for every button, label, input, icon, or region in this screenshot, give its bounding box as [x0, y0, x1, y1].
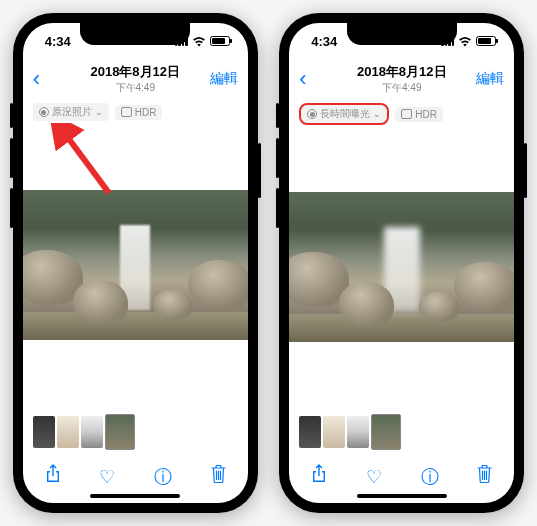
status-time: 4:34	[311, 34, 337, 49]
thumbnail-strip[interactable]	[29, 408, 242, 456]
live-photo-dropdown[interactable]: 長時間曝光 ⌄	[299, 103, 389, 125]
back-button[interactable]: ‹	[299, 66, 306, 92]
battery-icon	[210, 36, 230, 46]
tags-row: 長時間曝光 ⌄ HDR	[289, 99, 514, 129]
thumbnail[interactable]	[57, 416, 79, 448]
nav-title: 2018年8月12日 下午4:49	[90, 63, 180, 95]
trash-button[interactable]	[477, 465, 492, 488]
share-button[interactable]	[45, 464, 61, 489]
chevron-down-icon: ⌄	[373, 109, 381, 119]
info-button[interactable]: ⓘ	[421, 465, 439, 489]
thumbnail[interactable]	[347, 416, 369, 448]
thumbnail-strip[interactable]	[295, 408, 508, 456]
volume-down	[276, 188, 279, 228]
thumbnail-selected[interactable]	[105, 414, 135, 450]
spacer-bottom	[23, 340, 248, 405]
silence-switch	[10, 103, 13, 128]
screen: 4:34 ‹ 2018年8月12日 下午4:49 編輯 長時間曝光 ⌄	[289, 23, 514, 503]
photo-waterfall[interactable]	[289, 192, 514, 342]
live-photo-icon	[39, 107, 49, 117]
nav-date: 2018年8月12日	[90, 63, 180, 81]
nav-title: 2018年8月12日 下午4:49	[357, 63, 447, 95]
home-indicator[interactable]	[357, 494, 447, 498]
wifi-icon	[192, 36, 206, 47]
favorite-button[interactable]: ♡	[366, 466, 382, 488]
nav-time-sub: 下午4:49	[357, 81, 447, 95]
volume-down	[10, 188, 13, 228]
tags-row: 原況照片 ⌄ HDR	[23, 99, 248, 125]
chevron-down-icon: ⌄	[95, 107, 103, 117]
status-time: 4:34	[45, 34, 71, 49]
bottom-area: ♡ ⓘ	[23, 404, 248, 503]
live-photo-icon	[307, 109, 317, 119]
share-button[interactable]	[311, 464, 327, 489]
spacer-top	[23, 125, 248, 190]
toolbar: ♡ ⓘ	[29, 456, 242, 499]
spacer-bottom	[289, 342, 514, 405]
favorite-button[interactable]: ♡	[99, 466, 115, 488]
hdr-label: HDR	[135, 107, 157, 118]
hdr-icon	[401, 109, 412, 119]
thumbnail-selected[interactable]	[371, 414, 401, 450]
svg-line-1	[63, 131, 109, 193]
live-photo-dropdown[interactable]: 原況照片 ⌄	[33, 103, 109, 121]
spacer-top	[289, 129, 514, 192]
bottom-area: ♡ ⓘ	[289, 404, 514, 503]
nav-date: 2018年8月12日	[357, 63, 447, 81]
hdr-label: HDR	[415, 109, 437, 120]
toolbar: ♡ ⓘ	[295, 456, 508, 499]
thumbnail[interactable]	[323, 416, 345, 448]
wifi-icon	[458, 36, 472, 47]
back-button[interactable]: ‹	[33, 66, 40, 92]
edit-button[interactable]: 編輯	[210, 70, 238, 88]
hdr-badge: HDR	[395, 107, 443, 122]
hdr-icon	[121, 107, 132, 117]
power-button	[258, 143, 261, 198]
notch	[80, 23, 190, 45]
thumbnail[interactable]	[299, 416, 321, 448]
photo-waterfall[interactable]	[23, 190, 248, 340]
hdr-badge: HDR	[115, 105, 163, 120]
silence-switch	[276, 103, 279, 128]
home-indicator[interactable]	[90, 494, 180, 498]
volume-up	[10, 138, 13, 178]
nav-time-sub: 下午4:49	[90, 81, 180, 95]
phone-left: 4:34 ‹ 2018年8月12日 下午4:49 編輯 原況照片 ⌄	[13, 13, 258, 513]
trash-button[interactable]	[211, 465, 226, 488]
live-tag-label: 原況照片	[52, 105, 92, 119]
battery-icon	[476, 36, 496, 46]
notch	[347, 23, 457, 45]
power-button	[524, 143, 527, 198]
phone-right: 4:34 ‹ 2018年8月12日 下午4:49 編輯 長時間曝光 ⌄	[279, 13, 524, 513]
live-tag-label: 長時間曝光	[320, 107, 370, 121]
thumbnail[interactable]	[33, 416, 55, 448]
thumbnail[interactable]	[81, 416, 103, 448]
screen: 4:34 ‹ 2018年8月12日 下午4:49 編輯 原況照片 ⌄	[23, 23, 248, 503]
edit-button[interactable]: 編輯	[476, 70, 504, 88]
info-button[interactable]: ⓘ	[154, 465, 172, 489]
nav-bar: ‹ 2018年8月12日 下午4:49 編輯	[23, 59, 248, 99]
volume-up	[276, 138, 279, 178]
nav-bar: ‹ 2018年8月12日 下午4:49 編輯	[289, 59, 514, 99]
